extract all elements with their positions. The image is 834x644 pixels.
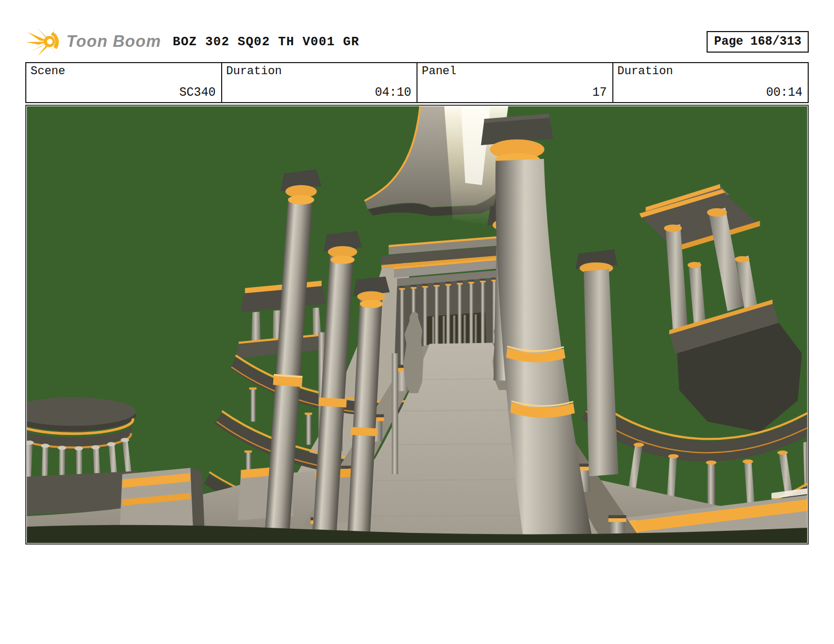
scene-cell: Scene SC340 bbox=[26, 63, 221, 102]
panel-info-table: Scene SC340 Duration 04:10 Panel 17 Dura… bbox=[25, 62, 809, 103]
scene-label: Scene bbox=[31, 65, 65, 78]
storyboard-panel bbox=[25, 105, 809, 545]
logo-wordmark: Toon Boom bbox=[66, 32, 161, 51]
toon-boom-logo: Toon Boom bbox=[25, 26, 161, 57]
scene-duration-value: 04:10 bbox=[375, 86, 411, 99]
page-header: Toon Boom BOZ 302 SQ02 TH V001 GR Page 1… bbox=[25, 24, 809, 59]
document-title: BOZ 302 SQ02 TH V001 GR bbox=[173, 35, 359, 49]
page-number-badge: Page 168/313 bbox=[707, 31, 809, 53]
panel-value: 17 bbox=[592, 86, 607, 99]
scene-value: SC340 bbox=[179, 86, 215, 99]
scene-duration-cell: Duration 04:10 bbox=[221, 63, 417, 102]
storyboard-export-page: Toon Boom BOZ 302 SQ02 TH V001 GR Page 1… bbox=[0, 0, 834, 644]
panel-cell: Panel 17 bbox=[416, 63, 612, 102]
panel-duration-value: 00:14 bbox=[766, 86, 802, 99]
scene-render bbox=[27, 106, 807, 543]
panel-duration-label: Duration bbox=[618, 65, 673, 78]
scene-duration-label: Duration bbox=[226, 65, 282, 78]
panel-label: Panel bbox=[422, 65, 456, 78]
panel-duration-cell: Duration 00:14 bbox=[612, 63, 808, 102]
toon-boom-starburst-icon bbox=[25, 26, 62, 57]
